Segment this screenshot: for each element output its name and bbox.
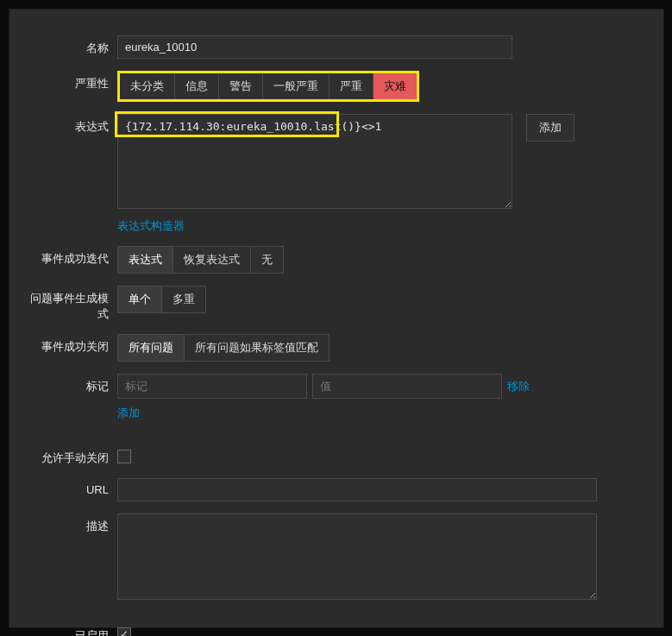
problem-mode-single[interactable]: 单个 [118, 287, 162, 312]
tag-value-input[interactable] [312, 374, 502, 399]
row-description: 描述 [27, 513, 646, 602]
event-iter-recovery[interactable]: 恢复表达式 [173, 247, 251, 273]
label-severity: 严重性 [27, 71, 117, 91]
name-input[interactable] [117, 35, 512, 59]
row-event-close: 事件成功关闭 所有问题 所有问题如果标签值匹配 [27, 334, 646, 362]
label-url: URL [27, 478, 117, 496]
row-severity: 严重性 未分类 信息 警告 一般严重 严重 灾难 [27, 71, 646, 102]
row-event-iter: 事件成功迭代 表达式 恢复表达式 无 [27, 246, 646, 274]
severity-disaster[interactable]: 灾难 [374, 73, 417, 99]
event-close-all-tag[interactable]: 所有问题如果标签值匹配 [185, 335, 329, 361]
tag-key-input[interactable] [117, 374, 307, 399]
label-event-iter: 事件成功迭代 [27, 246, 117, 267]
label-event-close: 事件成功关闭 [27, 334, 117, 355]
severity-unclassified[interactable]: 未分类 [120, 73, 175, 99]
problem-mode-multiple[interactable]: 多重 [162, 287, 205, 312]
row-name: 名称 [27, 35, 646, 59]
severity-group: 未分类 信息 警告 一般严重 严重 灾难 [120, 73, 417, 99]
event-close-group: 所有问题 所有问题如果标签值匹配 [117, 334, 330, 362]
severity-info[interactable]: 信息 [175, 73, 219, 99]
row-expression: 表达式 {172.17.114.30:eureka_10010.last()}<… [27, 114, 646, 234]
event-iter-expr[interactable]: 表达式 [118, 247, 173, 273]
form-panel: 名称 严重性 未分类 信息 警告 一般严重 严重 灾难 表达式 [9, 9, 664, 628]
description-textarea[interactable] [117, 513, 597, 600]
label-expression: 表达式 [27, 114, 117, 135]
tag-add-link[interactable]: 添加 [117, 406, 140, 419]
row-url: URL [27, 478, 646, 501]
row-tags: 标记 移除 添加 [27, 374, 646, 421]
add-expression-button[interactable]: 添加 [526, 114, 575, 142]
label-problem-mode: 问题事件生成模式 [27, 286, 117, 322]
label-name: 名称 [27, 35, 117, 56]
url-input[interactable] [117, 478, 597, 501]
enabled-checkbox[interactable] [117, 627, 131, 636]
tag-remove-link[interactable]: 移除 [507, 379, 530, 394]
severity-warn[interactable]: 警告 [219, 73, 263, 99]
row-problem-mode: 问题事件生成模式 单个 多重 [27, 286, 646, 322]
severity-avg[interactable]: 一般严重 [263, 73, 330, 99]
row-manual-close: 允许手动关闭 [27, 445, 646, 466]
event-iter-group: 表达式 恢复表达式 无 [117, 246, 284, 274]
event-iter-none[interactable]: 无 [251, 247, 283, 273]
problem-mode-group: 单个 多重 [117, 286, 206, 313]
label-manual-close: 允许手动关闭 [27, 445, 117, 466]
label-enabled: 已启用 [27, 623, 117, 636]
label-description: 描述 [27, 513, 117, 534]
row-enabled: 已启用 [27, 623, 646, 636]
manual-close-checkbox[interactable] [117, 450, 131, 463]
expression-builder-link[interactable]: 表达式构造器 [117, 219, 185, 232]
label-tags: 标记 [27, 374, 117, 394]
severity-high[interactable]: 严重 [330, 73, 374, 99]
expression-textarea[interactable]: {172.17.114.30:eureka_10010.last()}<>1 [117, 114, 512, 209]
event-close-all[interactable]: 所有问题 [118, 335, 185, 361]
